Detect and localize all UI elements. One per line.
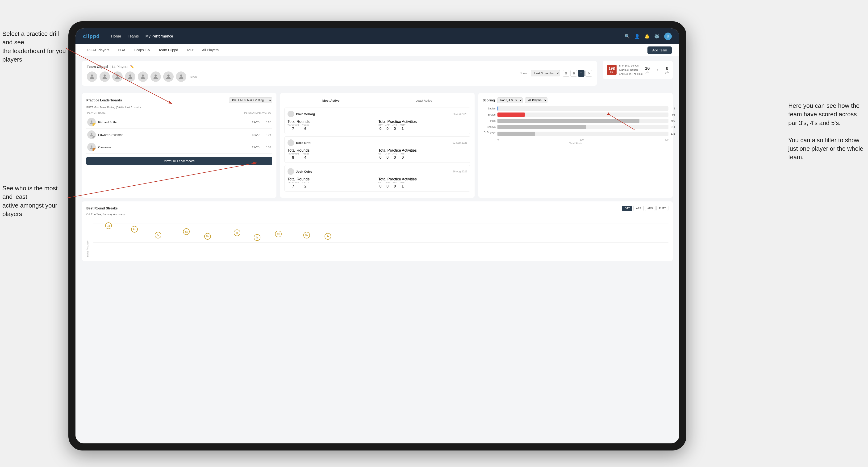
svg-line-16 [611,116,634,130]
arrow-svg-top-right [0,0,868,467]
